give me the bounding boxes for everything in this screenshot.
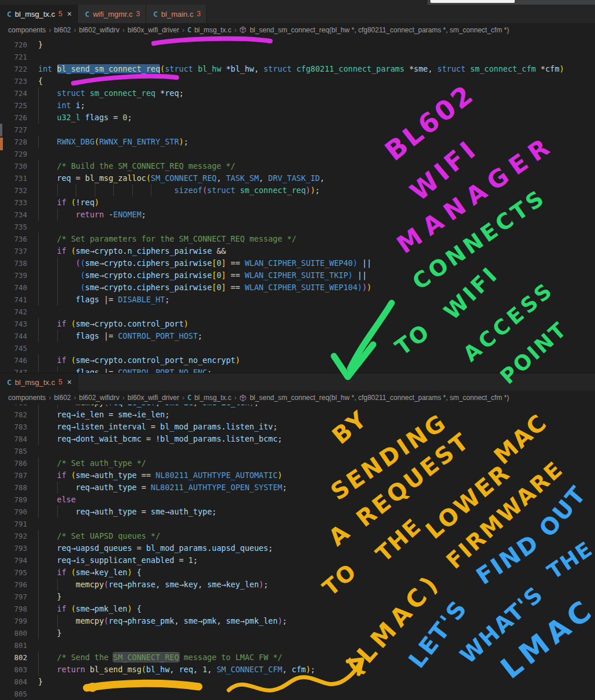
line-number: 800: [0, 627, 27, 639]
code-line[interactable]: 745: [0, 342, 595, 354]
code-line[interactable]: 743 if (sme→crypto.control_port): [0, 318, 595, 330]
code-line[interactable]: 744 flags |= CONTROL_PORT_HOST;: [0, 330, 595, 342]
code-line[interactable]: 804}: [0, 676, 595, 688]
code-line[interactable]: 735: [0, 221, 595, 233]
code-line[interactable]: 792 /* Set UAPSD queues */: [0, 530, 595, 542]
code-line[interactable]: 784 req→dont_wait_bcmc = !bl_mod_params.…: [0, 433, 595, 445]
breadcrumb-item[interactable]: bl60x_wifi_driver: [128, 26, 179, 34]
line-number: 742: [0, 306, 27, 318]
code-line[interactable]: 734 return -ENOMEM;: [0, 209, 595, 221]
code-line[interactable]: 795 if (sme→key_len) {: [0, 566, 595, 579]
chevron-right-icon: ›: [122, 26, 125, 34]
code-line[interactable]: 727: [0, 124, 595, 136]
breadcrumb-top[interactable]: components›bl602›bl602_wifidrv›bl60x_wif…: [0, 23, 595, 36]
code-line[interactable]: 736 /* Set parameters for the SM_CONNECT…: [0, 233, 595, 245]
c-file-icon: C: [7, 10, 12, 18]
code-line[interactable]: 800 }: [0, 627, 595, 639]
breadcrumb-item[interactable]: bl602_wifidrv: [79, 26, 120, 34]
line-number: 793: [0, 542, 27, 554]
code-line[interactable]: 801: [0, 639, 595, 651]
breadcrumb-item[interactable]: components: [8, 394, 46, 402]
line-number: 747: [0, 366, 27, 373]
line-number: 788: [0, 482, 27, 494]
breadcrumb-symbol[interactable]: bl_send_sm_connect_req(bl_hw *, cfg80211…: [250, 394, 509, 402]
code-line[interactable]: 785: [0, 445, 595, 457]
breadcrumb-bottom[interactable]: components›bl602›bl602_wifidrv›bl60x_wif…: [0, 391, 595, 405]
breadcrumb-symbol[interactable]: bl_send_sm_connect_req(bl_hw *, cfg80211…: [250, 26, 509, 34]
code-line[interactable]: 724 struct sm_connect_req *req;: [0, 87, 595, 99]
code-line[interactable]: 789 else: [0, 494, 595, 506]
code-line[interactable]: 738 ((sme→crypto.ciphers_pairwise[0] == …: [0, 257, 595, 269]
code-line[interactable]: 725 int i;: [0, 99, 595, 112]
chevron-right-icon: ›: [182, 26, 184, 34]
code-line[interactable]: 798 if (sme→pmk_len) {: [0, 603, 595, 615]
breadcrumb-file[interactable]: bl_msg_tx.c: [194, 26, 231, 34]
code-line[interactable]: 794 req→is_supplicant_enabled = 1;: [0, 554, 595, 566]
tab-label: wifi_mgmr.c: [93, 10, 133, 18]
code-line[interactable]: 723{: [0, 75, 595, 87]
code-line[interactable]: 728 RWNX_DBG(RWNX_FN_ENTRY_STR);: [0, 136, 595, 148]
tab-bl_msg_tx.c[interactable]: Cbl_msg_tx.c5×: [0, 373, 78, 391]
close-icon[interactable]: ×: [67, 10, 72, 18]
code-line[interactable]: 786 /* Set auth_type */: [0, 457, 595, 469]
code-line[interactable]: 802 /* Send the SM_CONNECT_REQ message t…: [0, 651, 595, 664]
tab-wifi_mgmr.c[interactable]: Cwifi_mgmr.c3: [78, 5, 146, 23]
code-line[interactable]: 730 /* Build the SM_CONNECT_REQ message …: [0, 160, 595, 172]
code-line[interactable]: 721: [0, 51, 595, 63]
chevron-right-icon: ›: [182, 394, 184, 402]
tab-bl_msg_tx.c[interactable]: Cbl_msg_tx.c5×: [0, 5, 78, 23]
code-line[interactable]: 787 if (sme→auth_type == NL80211_AUTHTYP…: [0, 469, 595, 482]
code-line[interactable]: 747 flags |= CONTROL_PORT_NO_ENC;: [0, 366, 595, 373]
chevron-right-icon: ›: [234, 26, 236, 34]
chevron-right-icon: ›: [49, 394, 51, 402]
line-number: 802: [0, 651, 27, 664]
code-area-top[interactable]: 720}721722int bl_send_sm_connect_req(str…: [0, 39, 595, 373]
chevron-right-icon: ›: [234, 394, 236, 402]
problems-badge: 5: [58, 378, 62, 386]
code-line[interactable]: 793 req→uapsd_queues = bl_mod_params.uap…: [0, 542, 595, 554]
code-line[interactable]: 741 flags |= DISABLE_HT;: [0, 294, 595, 306]
code-line[interactable]: 803 return bl_send_msg(bl_hw, req, 1, SM…: [0, 664, 595, 676]
code-line[interactable]: 796 memcpy(req→phrase, sme→key, sme→key_…: [0, 579, 595, 591]
code-line[interactable]: 740 (sme→crypto.ciphers_pairwise[0] == W…: [0, 282, 595, 294]
tab-bl_main.c[interactable]: Cbl_main.c3: [146, 5, 207, 23]
code-line[interactable]: 788 req→auth_type = NL80211_AUTHTYPE_OPE…: [0, 482, 595, 494]
line-number: 743: [0, 318, 27, 330]
code-line[interactable]: 732 sizeof(struct sm_connect_req));: [0, 184, 595, 197]
breadcrumb-item[interactable]: bl60x_wifi_driver: [128, 394, 179, 402]
code-line[interactable]: 805: [0, 688, 595, 700]
code-line[interactable]: 797 }: [0, 591, 595, 603]
symbol-method-icon: [239, 26, 247, 34]
c-file-icon: C: [187, 26, 191, 34]
code-line[interactable]: 746 if (sme→crypto.control_port_no_encry…: [0, 354, 595, 366]
line-number: 783: [0, 421, 27, 433]
code-line[interactable]: 722int bl_send_sm_connect_req(struct bl_…: [0, 63, 595, 75]
code-line[interactable]: 791: [0, 518, 595, 530]
code-line[interactable]: 783 req→listen_interval = bl_mod_params.…: [0, 421, 595, 433]
breadcrumb-item[interactable]: bl602_wifidrv: [79, 394, 120, 402]
close-icon[interactable]: ×: [67, 378, 72, 386]
code-line[interactable]: 731 req = bl_msg_zalloc(SM_CONNECT_REQ, …: [0, 172, 595, 184]
code-line[interactable]: 799 memcpy(req→phrase_pmk, sme→pmk, sme→…: [0, 615, 595, 627]
line-number: 746: [0, 354, 27, 366]
chevron-right-icon: ›: [74, 394, 76, 402]
line-number: 728: [0, 136, 27, 148]
breadcrumb-item[interactable]: components: [8, 26, 46, 34]
code-line[interactable]: 729: [0, 148, 595, 160]
breadcrumb-item[interactable]: bl602: [54, 26, 70, 34]
line-number: 729: [0, 148, 27, 160]
window-edge-white-strip: [430, 0, 515, 3]
code-line[interactable]: 737 if (sme→crypto.n_ciphers_pairwise &&: [0, 245, 595, 257]
code-line[interactable]: 739 (sme→crypto.ciphers_pairwise[0] == W…: [0, 269, 595, 282]
line-number: 722: [0, 63, 27, 75]
code-line[interactable]: 790 req→auth_type = sme→auth_type;: [0, 506, 595, 518]
code-line[interactable]: 733 if (!req): [0, 197, 595, 209]
code-line[interactable]: 742: [0, 306, 595, 318]
breadcrumb-file[interactable]: bl_msg_tx.c: [194, 394, 231, 402]
code-area-bottom[interactable]: 781 memcpy(req→ie_buf, sme→ie, sme→ie_le…: [0, 397, 595, 700]
code-line[interactable]: 720}: [0, 39, 595, 51]
code-line[interactable]: 782 req→ie_len = sme→ie_len;: [0, 409, 595, 421]
left-edge-gray-block: [0, 124, 2, 136]
breadcrumb-item[interactable]: bl602: [54, 394, 70, 402]
code-line[interactable]: 726 u32_l flags = 0;: [0, 112, 595, 124]
